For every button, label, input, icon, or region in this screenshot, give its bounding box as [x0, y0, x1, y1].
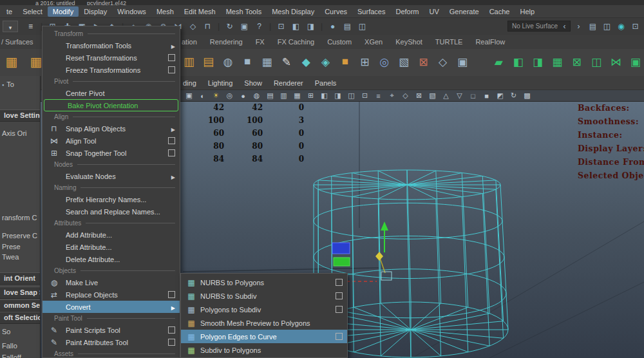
submenu-item[interactable]: ▦ Polygon Edges to Curve — [181, 330, 347, 343]
shelf-icon[interactable]: ⊞ — [356, 53, 373, 71]
viewport-toolbar-icon[interactable]: ⊡ — [359, 91, 371, 101]
menu[interactable]: Help — [515, 6, 540, 17]
shelf-tab[interactable]: FX Caching — [278, 38, 314, 46]
menu[interactable]: Generate — [444, 6, 484, 17]
panel-menu[interactable]: Lighting — [208, 79, 233, 87]
viewport-toolbar-icon[interactable]: ▽ — [453, 91, 466, 101]
viewport-toolbar-icon[interactable]: ≡ — [372, 91, 384, 101]
tool-settings-fragment[interactable]: Fallo — [2, 341, 17, 351]
menu-item[interactable]: ◍ Make Live — [43, 276, 180, 288]
shelf-icon[interactable]: ▦ — [258, 53, 275, 71]
submenu-item[interactable]: ▦ NURBS to Subdiv — [181, 289, 347, 303]
menu-item[interactable]: Evaluate Nodes — [43, 170, 180, 182]
viewport-toolbar-icon[interactable]: ■ — [480, 91, 493, 101]
viewport-toolbar-icon[interactable]: ▦ — [291, 91, 303, 101]
status-line-icon[interactable]: | — [216, 21, 221, 32]
menu-item[interactable]: Add Attribute... — [43, 229, 180, 241]
shelf-icon[interactable]: ◧ — [510, 53, 527, 71]
tool-settings-fragment[interactable]: love Snap S — [0, 287, 40, 299]
shelf-icon[interactable]: ◈ — [317, 53, 334, 71]
shelf-icon[interactable]: ▰ — [490, 53, 507, 71]
viewport-toolbar-icon[interactable]: ◧ — [318, 91, 330, 101]
tool-settings-fragment[interactable]: Preserve C — [2, 231, 37, 241]
shelf-icon[interactable]: ▣ — [627, 53, 644, 71]
menu[interactable]: Cache — [484, 6, 515, 17]
viewport-toolbar-icon[interactable]: ▤ — [264, 91, 276, 101]
menu-item[interactable]: Search and Replace Names... — [43, 205, 180, 218]
shelf-icon[interactable]: ⊠ — [415, 53, 431, 71]
shelf-icon[interactable]: ▧ — [395, 53, 412, 71]
shelf-icon[interactable]: ▦ — [3, 53, 21, 71]
panel-menu[interactable]: Panels — [315, 79, 337, 87]
status-line-icon[interactable]: ◉ — [615, 21, 627, 32]
menu-item[interactable]: ⊓ Snap Align Objects — [43, 122, 180, 135]
menu[interactable]: Deform — [390, 6, 424, 17]
shelf-icon[interactable]: ▣ — [454, 53, 471, 71]
submenu-item[interactable]: ▦ NURBS to Polygons — [181, 276, 347, 289]
shelf-icon[interactable]: ◨ — [529, 53, 546, 71]
status-line-icon[interactable]: ⊡ — [629, 21, 641, 32]
viewport-toolbar-icon[interactable]: △ — [440, 91, 452, 101]
status-line-icon[interactable]: ? — [253, 21, 265, 32]
option-box[interactable] — [336, 333, 343, 340]
menu-item[interactable]: Bake Pivot Orientation — [44, 99, 178, 111]
status-line-icon[interactable]: ≡ — [24, 21, 37, 32]
status-line-icon[interactable]: ◧ — [290, 21, 302, 32]
viewport-toolbar-icon[interactable]: ☀ — [210, 91, 222, 101]
submenu-item[interactable]: ▦ Polygons to Subdiv — [181, 303, 347, 316]
viewport-toolbar-icon[interactable]: ⊠ — [413, 91, 425, 101]
viewport-toolbar-icon[interactable]: ▥ — [278, 91, 290, 101]
menu-item[interactable]: Transformation Tools — [43, 39, 180, 52]
option-box[interactable] — [336, 279, 343, 286]
shelf-tab[interactable]: XGen — [365, 38, 383, 46]
shelf-tab[interactable]: KeyShot — [395, 38, 422, 46]
panel-menu[interactable]: Show — [244, 79, 262, 87]
viewport-toolbar-icon[interactable]: ◩ — [494, 91, 506, 101]
submenu-item[interactable]: ▦ Smooth Mesh Preview to Polygons — [181, 316, 347, 330]
tool-settings-fragment[interactable]: So — [2, 327, 10, 337]
status-line-icon[interactable]: ◫ — [601, 21, 613, 32]
tool-settings-fragment[interactable]: ransform C — [2, 213, 37, 223]
shelf-tab[interactable]: RealFlow — [475, 38, 505, 46]
menu-item[interactable]: ⊞ Snap Together Tool — [43, 147, 180, 159]
shelf-tab[interactable]: ation — [182, 38, 197, 46]
menu-item[interactable]: ✎ Paint Attributes Tool — [43, 336, 180, 348]
viewport-toolbar-icon[interactable]: ⊞ — [305, 91, 317, 101]
menu-item[interactable]: ⋈ Align Tool — [43, 135, 180, 147]
shelf-icon[interactable]: ✎ — [278, 53, 295, 71]
viewport-toolbar-icon[interactable]: ↻ — [507, 91, 520, 101]
menu[interactable]: Edit Mesh — [179, 6, 221, 17]
status-line-icon[interactable]: ▤ — [341, 21, 354, 32]
option-box[interactable] — [168, 54, 175, 61]
status-line-icon[interactable]: ◨ — [305, 21, 317, 32]
menu[interactable]: Curves — [319, 6, 352, 17]
tool-settings-fragment[interactable]: Prese — [2, 242, 21, 252]
status-line-icon[interactable]: › — [573, 21, 585, 32]
shelf-tab[interactable]: TURTLE — [435, 38, 463, 46]
submenu-item[interactable]: ▦ Subdiv to Polygons — [181, 343, 347, 357]
shelf-icon[interactable]: ◍ — [220, 53, 236, 71]
option-box[interactable] — [336, 306, 343, 313]
panel-menu[interactable]: ding — [183, 79, 196, 87]
viewport-toolbar-icon[interactable]: ◎ — [223, 91, 236, 101]
menu-item[interactable]: Prefix Hierarchy Names... — [43, 193, 180, 205]
status-line-icon[interactable]: ⊓ — [202, 21, 214, 32]
shelf-icon[interactable]: ◆ — [298, 53, 314, 71]
viewport-toolbar-icon[interactable]: ⌖ — [386, 91, 398, 101]
option-box[interactable] — [336, 292, 343, 299]
menu-item[interactable]: ⇄ Replace Objects — [43, 288, 180, 301]
tool-settings-fragment[interactable]: love Setting — [0, 109, 40, 122]
menu[interactable]: Mesh — [151, 6, 179, 17]
shelf-icon[interactable]: ▥ — [180, 53, 197, 71]
shelf-tab-partial[interactable]: / Surfaces — [1, 38, 33, 46]
option-box[interactable] — [168, 66, 175, 73]
viewport-toolbar-icon[interactable]: □ — [467, 91, 479, 101]
menu[interactable]: Surfaces — [352, 6, 390, 17]
menu-item[interactable]: Edit Attribute... — [43, 241, 180, 253]
viewport-toolbar-icon[interactable]: ▣ — [183, 91, 195, 101]
tool-settings-fragment[interactable]: Falloff — [2, 353, 21, 358]
viewport-toolbar-icon[interactable]: ◨ — [332, 91, 344, 101]
status-line-icon[interactable]: | — [268, 21, 272, 32]
tool-settings-fragment[interactable]: Twea — [2, 252, 19, 262]
status-line-icon[interactable]: ▣ — [238, 21, 251, 32]
